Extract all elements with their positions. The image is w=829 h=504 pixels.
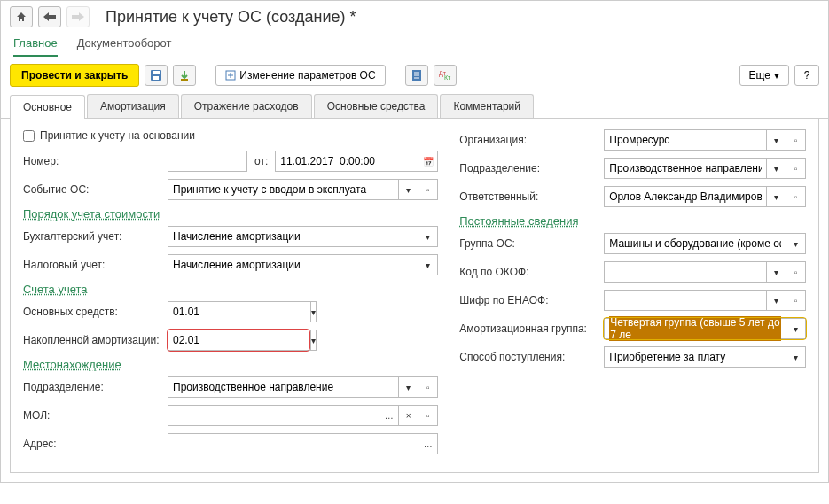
open-icon[interactable]: ▫ [786,261,806,283]
open-icon[interactable]: ▫ [418,179,438,200]
amortgroup-label: Амортизационная группа: [459,322,597,335]
basis-checkbox[interactable] [23,130,35,142]
dropdown-icon[interactable]: ▾ [767,290,786,311]
enaof-input[interactable] [604,290,767,311]
okof-input[interactable] [604,261,767,283]
nav-main[interactable]: Главное [13,36,58,57]
open-icon[interactable]: ▫ [786,186,806,207]
calendar-icon[interactable]: 📅 [418,151,438,172]
dropdown-icon[interactable]: ▾ [767,186,786,207]
forward-icon [66,6,90,27]
open-icon[interactable]: ▫ [786,129,806,151]
method-input[interactable] [604,346,786,368]
org-input[interactable] [604,129,767,151]
section-accounts: Счета учета [23,283,438,296]
dtkt-icon[interactable]: ДтКт [434,65,457,86]
tax-label: Налоговый учет: [23,259,160,271]
dropdown-icon[interactable]: ▾ [311,330,317,351]
open-icon[interactable]: ▫ [418,376,438,398]
dropdown-icon[interactable]: ▾ [311,301,317,322]
page-title: Принятие к учету ОС (создание) * [106,8,356,27]
fixed-input[interactable] [168,301,311,322]
resp-input[interactable] [604,186,767,207]
number-input[interactable] [168,151,247,172]
dept-input[interactable] [168,376,399,398]
rdept-label: Подразделение: [459,162,597,174]
dept-label: Подразделение: [23,381,160,393]
save-icon[interactable] [145,65,168,86]
dropdown-icon[interactable]: ▾ [786,346,806,368]
tab-expenses[interactable]: Отражение расходов [181,94,312,118]
number-label: Номер: [23,155,160,167]
change-params-button[interactable]: Изменение параметров ОС [215,65,385,86]
more-button[interactable]: Еще ▾ [739,65,789,86]
addr-input[interactable] [168,433,418,454]
dropdown-icon[interactable]: ▾ [418,254,438,275]
group-input[interactable] [604,233,786,254]
tax-input[interactable] [168,254,418,275]
home-icon[interactable] [10,6,33,27]
tab-assets[interactable]: Основные средства [314,94,439,118]
date-input[interactable] [275,151,418,172]
tab-amort[interactable]: Амортизация [87,94,179,118]
amort-acc-label: Накопленной амортизации: [23,334,160,346]
ellipsis-icon[interactable]: … [418,433,438,454]
addr-label: Адрес: [23,438,160,450]
resp-label: Ответственный: [459,190,597,203]
svg-text:Кт: Кт [444,74,451,81]
svg-rect-2 [153,76,159,80]
event-input[interactable] [168,179,399,200]
method-label: Способ поступления: [459,351,597,363]
dropdown-icon[interactable]: ▾ [767,261,786,283]
section-cost: Порядок учета стоимости [23,207,438,221]
mol-label: МОЛ: [23,409,160,422]
post-icon[interactable] [173,65,196,86]
clear-icon[interactable]: × [399,405,418,426]
okof-label: Код по ОКОФ: [459,266,597,278]
section-location: Местонахождение [23,358,438,371]
chevron-down-icon: ▾ [774,69,779,81]
svg-rect-1 [153,71,160,74]
basis-label: Принятие к учету на основании [40,129,195,142]
acc-input[interactable] [168,226,418,247]
dropdown-icon[interactable]: ▾ [418,226,438,247]
acc-label: Бухгалтерский учет: [23,230,160,243]
group-label: Группа ОС: [459,237,597,250]
dropdown-icon[interactable]: ▾ [786,318,806,339]
dropdown-icon[interactable]: ▾ [767,129,786,151]
dropdown-icon[interactable]: ▾ [786,233,806,254]
post-close-button[interactable]: Провести и закрыть [10,64,139,87]
amort-acc-input[interactable] [168,330,311,351]
tab-comment[interactable]: Комментарий [440,94,534,118]
event-label: Событие ОС: [23,183,160,196]
org-label: Организация: [459,134,597,146]
enaof-label: Шифр по ЕНАОФ: [459,294,597,306]
dropdown-icon[interactable]: ▾ [767,158,786,179]
dropdown-icon[interactable]: ▾ [399,179,418,200]
ellipsis-icon[interactable]: … [379,405,399,426]
nav-docflow[interactable]: Документооборот [77,36,172,57]
rdept-input[interactable] [604,158,767,179]
back-icon[interactable] [38,6,61,27]
open-icon[interactable]: ▫ [786,158,806,179]
from-label: от: [254,155,268,167]
help-button[interactable]: ? [794,65,819,86]
amortgroup-input[interactable]: Четвертая группа (свыше 5 лет до 7 ле [604,318,786,339]
section-const: Постоянные сведения [459,214,806,228]
list-icon[interactable] [405,65,428,86]
open-icon[interactable]: ▫ [786,290,806,311]
open-icon[interactable]: ▫ [418,405,438,426]
mol-input[interactable] [168,405,379,426]
fixed-label: Основных средств: [23,306,160,318]
dropdown-icon[interactable]: ▾ [399,376,418,398]
tab-main[interactable]: Основное [10,95,85,119]
